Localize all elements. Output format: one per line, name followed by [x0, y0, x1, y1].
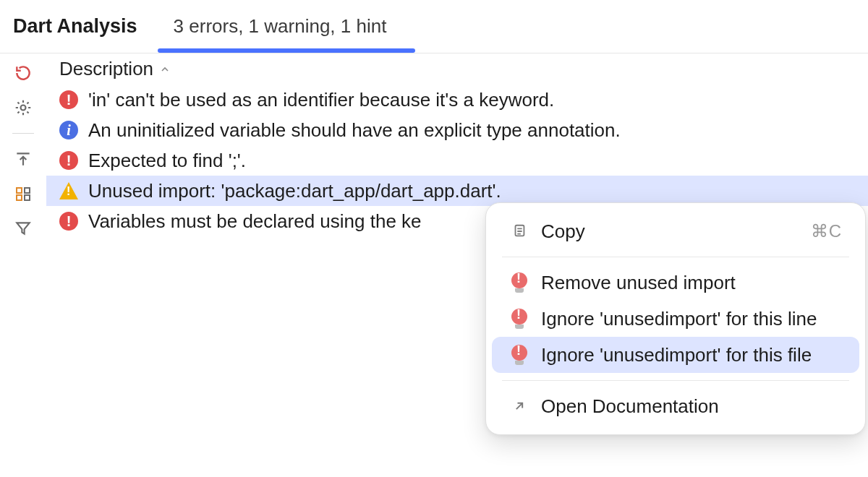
issue-text: Expected to find ';'.: [88, 150, 246, 172]
issues-panel: Description 'in' can't be used as an ide…: [46, 53, 868, 477]
issue-row[interactable]: Unused import: 'package:dart_app/dart_ap…: [46, 176, 868, 206]
svg-rect-1: [17, 188, 22, 193]
menu-item-label: Copy: [541, 220, 799, 243]
context-menu: Copy ⌘C !Remove unused import!Ignore 'un…: [485, 202, 866, 435]
restart-analyzer-icon[interactable]: [12, 62, 34, 84]
sort-asc-icon: [159, 64, 171, 75]
issue-text: Unused import: 'package:dart_app/dart_ap…: [88, 180, 501, 202]
gear-icon[interactable]: [12, 97, 34, 119]
menu-item-label: Ignore 'unusedimport' for this line: [541, 308, 842, 330]
tool-gutter: [0, 53, 46, 477]
svg-rect-2: [17, 195, 22, 200]
error-icon: [59, 151, 78, 170]
menu-item-open-documentation[interactable]: Open Documentation: [492, 388, 859, 424]
error-icon: [59, 212, 78, 231]
svg-point-0: [21, 106, 26, 111]
menu-item-quickfix[interactable]: !Ignore 'unusedimport' for this file: [492, 337, 859, 373]
menu-item-quickfix[interactable]: !Ignore 'unusedimport' for this line: [492, 301, 859, 337]
issue-row[interactable]: An uninitialized variable should have an…: [46, 115, 868, 145]
menu-separator: [502, 257, 849, 257]
column-header-description[interactable]: Description: [46, 53, 868, 85]
info-icon: [59, 121, 78, 139]
menu-item-copy[interactable]: Copy ⌘C: [492, 213, 859, 249]
error-icon: [59, 90, 78, 109]
bulb-error-icon: !: [509, 309, 529, 329]
bulb-error-icon: !: [509, 345, 529, 365]
menu-separator: [502, 380, 849, 381]
svg-rect-4: [25, 195, 30, 200]
issue-row[interactable]: 'in' can't be used as an identifier beca…: [46, 85, 868, 115]
active-tab-indicator: [158, 48, 415, 53]
gutter-separator: [12, 133, 34, 134]
group-by-icon[interactable]: [12, 183, 34, 205]
menu-item-label: Open Documentation: [541, 395, 842, 418]
menu-item-quickfix[interactable]: !Remove unused import: [492, 265, 859, 301]
issue-text: 'in' can't be used as an identifier beca…: [88, 89, 554, 111]
menu-item-shortcut: ⌘C: [811, 221, 842, 241]
panel-title[interactable]: Dart Analysis: [13, 15, 137, 38]
issue-text: An uninitialized variable should have an…: [88, 119, 621, 142]
copy-icon: [509, 221, 529, 241]
column-header-label: Description: [59, 58, 153, 80]
menu-item-label: Remove unused import: [541, 272, 842, 294]
filter-icon[interactable]: [12, 218, 34, 239]
warn-icon: [59, 182, 78, 199]
panel-body: Description 'in' can't be used as an ide…: [0, 53, 868, 477]
svg-rect-3: [25, 188, 30, 193]
issue-row[interactable]: Expected to find ';'.: [46, 145, 868, 176]
menu-item-label: Ignore 'unusedimport' for this file: [541, 344, 842, 366]
collapse-up-icon[interactable]: [12, 148, 34, 170]
panel-tabbar: Dart Analysis 3 errors, 1 warning, 1 hin…: [0, 0, 868, 53]
external-link-icon: [509, 396, 529, 416]
panel-summary-tab[interactable]: 3 errors, 1 warning, 1 hint: [174, 15, 387, 38]
bulb-error-icon: !: [509, 272, 529, 293]
issue-text: Variables must be declared using the ke: [88, 210, 422, 233]
